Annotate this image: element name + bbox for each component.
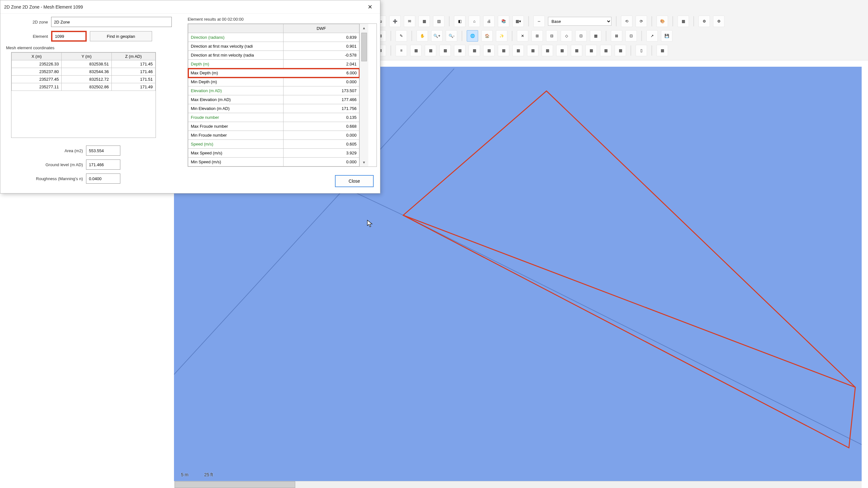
tb-icon-r2-16[interactable]: ↗ [646,30,658,41]
tb-icon-16[interactable]: ⚙ [699,16,710,27]
coord-col-z: Z (m AD) [112,53,155,60]
close-icon[interactable]: ✕ [364,2,376,12]
tb-icon-r2-11[interactable]: ◇ [561,30,572,41]
tb-r3-3[interactable]: ▦ [410,45,422,56]
tb-icon-12[interactable]: ⟲ [621,16,632,27]
tb-r3-17[interactable]: ▦ [615,45,626,56]
roughness-input[interactable] [86,173,120,184]
tb-icon-14[interactable]: 🎨 [656,16,668,27]
table-row[interactable]: Max Depth (m)6.000 [188,68,360,78]
zoom-out-icon[interactable]: 🔍- [446,30,457,41]
tb-r3-2[interactable]: ≡ [396,45,407,56]
tb-icon-3[interactable]: ✉ [404,16,415,27]
tb-r3-12[interactable]: ▦ [541,45,553,56]
toolbar-row-2: ⊞ ✎ ✋ 🔍+ 🔍- 🌐 🏠 ✨ ✕ ⊞ ⊟ ◇ ⊡ ▦ ⊠ ⊡ ↗ 💾 [375,29,868,43]
element-label: Element [3,34,48,39]
toolbar-separator [630,46,631,56]
tb-icon-r2-15[interactable]: ⊡ [625,30,637,41]
table-row[interactable]: Direction at first max velocity (radi0.9… [188,42,360,51]
toolbar-separator [673,16,673,26]
table-row[interactable]: Max Elevation (m AD)177.466 [188,95,360,104]
pan-icon[interactable]: ✋ [416,30,428,41]
toolbar-separator [391,31,391,41]
tb-icon-r2-9[interactable]: ⊞ [531,30,543,41]
mesh-element-dialog: 2D Zone 2D Zone - Mesh Element 1099 ✕ 2D… [0,0,380,194]
dialog-titlebar: 2D Zone 2D Zone - Mesh Element 1099 ✕ [0,0,380,14]
zone-label: 2D zone [3,20,48,25]
tb-r3-8[interactable]: ▦ [483,45,495,56]
tb-icon-13[interactable]: ⟳ [636,16,647,27]
tb-icon-r2-2[interactable]: ✎ [396,30,407,41]
tb-r3-16[interactable]: ▦ [600,45,612,56]
tb-icon-9[interactable]: 📚 [498,16,509,27]
toolbar-separator [651,46,652,56]
area-input[interactable] [86,145,120,156]
select-tool-icon[interactable]: 🌐 [467,30,478,41]
table-row[interactable]: Depth (m)2.041 [188,60,360,68]
table-row[interactable]: Min Elevation (m AD)171.756 [188,104,360,113]
tb-icon-6[interactable]: ◧ [454,16,465,27]
tb-r3-14[interactable]: ▦ [571,45,582,56]
tb-icon-r2-6[interactable]: 🏠 [481,30,493,41]
table-row[interactable]: Min Froude number0.000 [188,131,360,140]
tb-r3-15[interactable]: ▦ [585,45,597,56]
table-row[interactable]: Froude number0.135 [188,113,360,122]
tb-icon-r2-10[interactable]: ⊟ [546,30,558,41]
close-button[interactable]: Close [335,175,374,187]
tb-icon-17[interactable]: ⚙ [713,16,724,27]
tb-icon-r2-8[interactable]: ✕ [517,30,528,41]
area-label: Area (m2) [3,148,83,153]
vertical-scrollbar[interactable]: ▲ ▼ [360,24,368,167]
tb-icon-10[interactable]: ▦▾ [513,16,524,27]
tb-icon-11[interactable]: ↔ [533,16,545,27]
table-row[interactable]: Speed (m/s)0.605 [188,140,360,149]
table-row[interactable]: 235237.80832544.36171.46 [12,68,156,76]
scale-left: 5 m [181,472,188,477]
tb-icon-15[interactable]: ▦ [678,16,689,27]
layer-select[interactable]: Base [548,17,612,26]
ground-level-input[interactable] [86,160,120,170]
table-row[interactable]: Max Speed (m/s)3.929 [188,149,360,157]
tb-r3-11[interactable]: ▦ [527,45,538,56]
table-row[interactable]: Min Depth (m)0.000 [188,78,360,86]
tb-r3-7[interactable]: ▦ [469,45,480,56]
tb-icon-5[interactable]: ▤ [433,16,444,27]
scroll-up-icon[interactable]: ▲ [360,24,368,32]
tb-icon-8[interactable]: 🖨 [483,16,495,27]
table-row[interactable]: Elevation (m AD)173.507 [188,86,360,95]
zone-input[interactable] [51,17,172,27]
scroll-down-icon[interactable]: ▼ [360,158,368,167]
find-in-geoplan-button[interactable]: Find in geoplan [90,31,152,41]
zoom-in-icon[interactable]: 🔍+ [431,30,442,41]
roughness-label: Roughness (Manning's n) [3,176,83,181]
table-row[interactable]: Direction at first min velocity (radia-0… [188,51,360,60]
dialog-left-column: 2D zone Element Find in geoplan Mesh ele… [3,17,181,188]
tb-r3-18[interactable]: ▯ [636,45,647,56]
vertical-scrollbar-thumb[interactable] [361,33,367,61]
tb-icon-r2-13[interactable]: ▦ [590,30,601,41]
tb-icon-4[interactable]: ▦ [418,16,430,27]
table-row[interactable]: 235226.33832538.51171.45 [12,60,156,68]
tb-r3-13[interactable]: ▦ [556,45,568,56]
element-input[interactable] [51,31,87,41]
table-row[interactable]: 235277.45832512.72171.51 [12,76,156,83]
tb-icon-r2-14[interactable]: ⊠ [611,30,622,41]
tb-r3-6[interactable]: ▦ [454,45,465,56]
tb-icon-2[interactable]: ➕ [389,16,401,27]
tb-icon-r2-7[interactable]: ✨ [496,30,507,41]
tb-r3-9[interactable]: ▦ [498,45,509,56]
table-row[interactable]: Min Speed (m/s)0.000 [188,157,360,167]
table-row[interactable]: 235277.11832502.86171.49 [12,83,156,91]
table-row[interactable]: Max Froude number0.668 [188,122,360,131]
tb-icon-r2-17[interactable]: 💾 [661,30,673,41]
horizontal-scrollbar-thumb[interactable] [175,481,295,488]
ground-label: Ground level (m AD) [3,162,83,167]
table-row[interactable]: Direction (radians)0.839 [188,33,360,42]
tb-r3-19[interactable]: ▦ [656,45,668,56]
tb-r3-4[interactable]: ▦ [425,45,436,56]
tb-icon-r2-12[interactable]: ⊡ [575,30,587,41]
horizontal-scrollbar[interactable] [174,481,862,488]
tb-r3-10[interactable]: ▦ [513,45,524,56]
tb-r3-5[interactable]: ▦ [439,45,451,56]
tb-icon-7[interactable]: ⌂ [469,16,480,27]
